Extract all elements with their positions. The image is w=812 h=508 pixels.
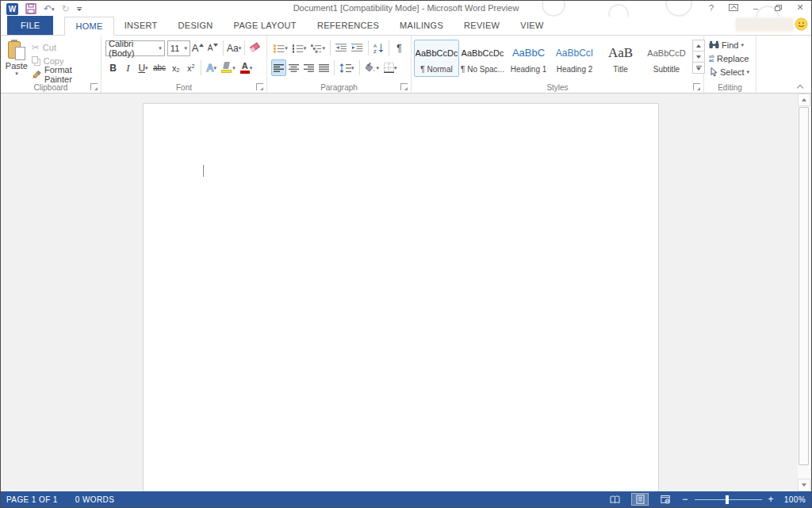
ribbon-display-options-button[interactable] [729, 4, 738, 11]
tab-references[interactable]: REFERENCES [307, 16, 389, 35]
align-right-icon [304, 63, 314, 72]
find-button[interactable]: Find▾ [709, 38, 753, 52]
strikethrough-icon: abc [153, 63, 166, 72]
up-arrow-icon [696, 44, 701, 48]
zoom-slider[interactable] [695, 499, 762, 500]
select-button[interactable]: Select▾ [709, 65, 753, 78]
replace-button[interactable]: ab ac Replace [709, 52, 753, 65]
cut-button[interactable]: ✂ Cut [32, 40, 98, 54]
tab-home[interactable]: HOME [64, 17, 113, 36]
styles-dialog-launcher-icon[interactable] [693, 83, 700, 90]
borders-button[interactable]: ▾ [381, 59, 400, 76]
shrink-font-button[interactable]: A [205, 40, 220, 56]
scroll-down-button[interactable] [798, 479, 810, 491]
styles-more-button[interactable] [692, 62, 705, 74]
paste-label: Paste [6, 61, 28, 71]
font-dialog-launcher-icon[interactable] [256, 83, 263, 90]
group-paragraph: ▾ ▾ ▾ [267, 36, 412, 93]
sort-button[interactable]: A Z [371, 40, 386, 56]
bullets-icon [274, 44, 285, 53]
tab-insert[interactable]: INSERT [114, 16, 168, 35]
text-effects-button[interactable]: A▾ [204, 59, 219, 76]
line-spacing-button[interactable]: ▾ [337, 59, 357, 76]
tab-file[interactable]: FILE [7, 16, 53, 35]
align-right-button[interactable] [301, 59, 316, 76]
paste-button[interactable]: Paste ▾ [3, 38, 30, 82]
text-highlight-button[interactable]: ▾ [219, 59, 238, 76]
vertical-scrollbar[interactable] [798, 94, 810, 491]
decrease-indent-icon [335, 44, 347, 53]
close-button[interactable]: ✕ [795, 2, 805, 13]
style-heading-1[interactable]: AaBbC Heading 1 [506, 40, 551, 77]
print-layout-button[interactable] [631, 493, 649, 506]
clear-formatting-button[interactable] [247, 40, 262, 56]
grow-font-button[interactable]: A [190, 40, 205, 56]
cut-label: Cut [43, 43, 56, 52]
font-color-button[interactable]: A▾ [238, 59, 255, 76]
font-family-value: Calibri (Body) [109, 39, 156, 58]
font-size-combo[interactable]: 11 ▾ [167, 40, 190, 56]
zoom-in-button[interactable]: + [768, 495, 774, 503]
scrollbar-thumb[interactable] [799, 107, 809, 465]
subscript-button[interactable]: x2 [168, 59, 183, 76]
styles-scroll-up-button[interactable] [692, 40, 705, 52]
styles-scroll-down-button[interactable] [692, 51, 705, 63]
tab-design[interactable]: DESIGN [168, 16, 224, 35]
style-sample: AaB [608, 40, 633, 65]
style-name: Subtitle [653, 65, 680, 74]
style-name: ¶ Normal [420, 65, 452, 74]
italic-button[interactable]: I [121, 59, 136, 76]
font-family-combo[interactable]: Calibri (Body) ▾ [105, 40, 165, 56]
justify-button[interactable] [316, 59, 331, 76]
underline-button[interactable]: U▾ [136, 59, 151, 76]
style-name: Title [613, 65, 628, 74]
tab-page-layout[interactable]: PAGE LAYOUT [224, 16, 307, 35]
clipboard-dialog-launcher-icon[interactable] [90, 83, 98, 90]
font-family-dropdown-icon[interactable]: ▾ [156, 45, 162, 51]
shading-button[interactable]: ▾ [362, 59, 382, 76]
style-subtitle[interactable]: AaBbCcD Subtitle [644, 40, 689, 77]
font-size-dropdown-icon[interactable]: ▾ [182, 45, 188, 51]
tab-view[interactable]: VIEW [510, 16, 553, 35]
style-no-spacing[interactable]: AaBbCcDc ¶ No Spac... [460, 40, 505, 77]
style-title[interactable]: AaB Title [598, 40, 643, 77]
multilevel-list-button[interactable]: ▾ [308, 40, 327, 56]
style-heading-2[interactable]: AaBbCcI Heading 2 [552, 40, 597, 77]
web-layout-button[interactable] [657, 493, 674, 506]
bold-button[interactable]: B [105, 59, 121, 76]
zoom-level[interactable]: 100% [782, 495, 806, 504]
help-button[interactable]: ? [707, 3, 716, 13]
increase-indent-button[interactable] [349, 40, 365, 56]
align-left-button[interactable] [271, 59, 286, 76]
zoom-slider-thumb[interactable] [726, 495, 729, 504]
decrease-indent-button[interactable] [333, 40, 349, 56]
collapse-ribbon-icon[interactable] [797, 85, 803, 89]
feedback-smiley-icon[interactable] [795, 17, 808, 31]
strikethrough-button[interactable]: abc [151, 59, 168, 76]
find-binoculars-icon [709, 40, 719, 49]
word-count[interactable]: 0 WORDS [75, 495, 114, 504]
scroll-up-button[interactable] [798, 94, 810, 106]
tab-mailings[interactable]: MAILINGS [389, 16, 454, 35]
document-page[interactable] [143, 103, 659, 491]
zoom-out-button[interactable]: − [682, 495, 688, 503]
superscript-button[interactable]: x2 [183, 59, 198, 76]
paragraph-dialog-launcher-icon[interactable] [400, 83, 408, 90]
page-count[interactable]: PAGE 1 OF 1 [6, 495, 58, 504]
restore-button[interactable] [773, 5, 783, 11]
change-case-button[interactable]: Aa▾ [226, 40, 242, 56]
format-painter-button[interactable]: Format Painter [32, 67, 98, 81]
document-workspace [1, 94, 811, 491]
style-normal[interactable]: AaBbCcDc ¶ Normal [414, 40, 459, 77]
account-name-blurred[interactable] [736, 18, 793, 31]
numbering-button[interactable]: ▾ [290, 40, 309, 56]
tab-review[interactable]: REVIEW [454, 16, 510, 35]
show-hide-marks-button[interactable]: ¶ [392, 40, 407, 56]
minimize-button[interactable]: – [751, 3, 760, 13]
account-area [736, 17, 808, 31]
align-center-button[interactable] [286, 59, 301, 76]
group-styles: AaBbCcDc ¶ Normal AaBbCcDc ¶ No Spac... … [412, 36, 704, 93]
bullets-button[interactable]: ▾ [271, 40, 290, 56]
paste-dropdown-icon[interactable]: ▾ [15, 71, 18, 76]
read-mode-button[interactable] [606, 493, 623, 506]
